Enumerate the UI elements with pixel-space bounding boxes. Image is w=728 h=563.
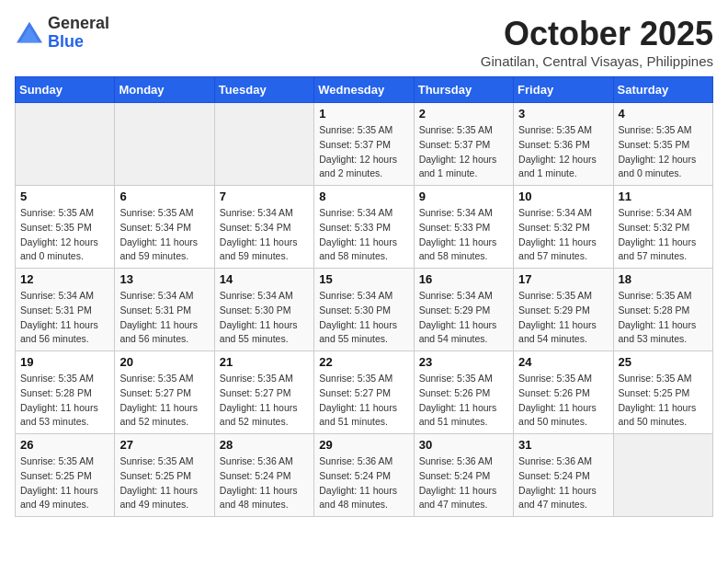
day-info: Sunrise: 5:35 AM Sunset: 5:26 PM Dayligh… [518,372,608,430]
day-number: 3 [518,107,608,121]
calendar-header: SundayMondayTuesdayWednesdayThursdayFrid… [16,77,713,103]
calendar-cell: 12Sunrise: 5:34 AM Sunset: 5:31 PM Dayli… [16,269,115,351]
day-info: Sunrise: 5:35 AM Sunset: 5:28 PM Dayligh… [619,289,708,347]
day-number: 24 [518,355,608,369]
day-number: 7 [220,190,309,203]
day-info: Sunrise: 5:35 AM Sunset: 5:36 PM Dayligh… [518,123,608,181]
calendar-cell: 25Sunrise: 5:35 AM Sunset: 5:25 PM Dayli… [613,351,712,434]
calendar-cell: 30Sunrise: 5:36 AM Sunset: 5:24 PM Dayli… [414,434,513,517]
header-friday: Friday [514,77,613,103]
day-number: 16 [419,272,508,286]
calendar-cell [214,103,313,186]
day-info: Sunrise: 5:35 AM Sunset: 5:27 PM Dayligh… [119,372,209,430]
day-info: Sunrise: 5:35 AM Sunset: 5:26 PM Dayligh… [419,372,508,430]
month-title: October 2025 [481,15,713,53]
day-number: 6 [119,190,209,203]
calendar-cell: 2Sunrise: 5:35 AM Sunset: 5:37 PM Daylig… [414,103,513,186]
calendar-table: SundayMondayTuesdayWednesdayThursdayFrid… [15,76,713,517]
day-info: Sunrise: 5:34 AM Sunset: 5:29 PM Dayligh… [419,289,508,347]
calendar-cell: 13Sunrise: 5:34 AM Sunset: 5:31 PM Dayli… [115,269,214,351]
day-info: Sunrise: 5:35 AM Sunset: 5:25 PM Dayligh… [619,372,708,430]
calendar-cell: 19Sunrise: 5:35 AM Sunset: 5:28 PM Dayli… [16,351,115,434]
day-number: 30 [419,438,508,452]
calendar-cell: 31Sunrise: 5:36 AM Sunset: 5:24 PM Dayli… [514,434,613,517]
calendar-cell: 6Sunrise: 5:35 AM Sunset: 5:34 PM Daylig… [115,186,214,269]
calendar-cell: 5Sunrise: 5:35 AM Sunset: 5:35 PM Daylig… [16,186,115,269]
calendar-cell: 16Sunrise: 5:34 AM Sunset: 5:29 PM Dayli… [414,269,513,351]
calendar-cell: 1Sunrise: 5:35 AM Sunset: 5:37 PM Daylig… [314,103,414,186]
day-number: 12 [20,272,109,286]
day-info: Sunrise: 5:36 AM Sunset: 5:24 PM Dayligh… [319,454,408,512]
day-info: Sunrise: 5:34 AM Sunset: 5:31 PM Dayligh… [119,289,209,347]
day-number: 29 [319,438,408,452]
header-tuesday: Tuesday [214,77,313,103]
calendar-week-5: 26Sunrise: 5:35 AM Sunset: 5:25 PM Dayli… [16,434,713,517]
calendar-cell: 10Sunrise: 5:34 AM Sunset: 5:32 PM Dayli… [514,186,613,269]
day-number: 27 [119,438,209,452]
calendar-cell [16,103,115,186]
header-row: SundayMondayTuesdayWednesdayThursdayFrid… [16,77,713,103]
location-text: Ginatilan, Central Visayas, Philippines [481,53,713,69]
day-number: 9 [419,190,508,203]
day-number: 21 [220,355,309,369]
day-info: Sunrise: 5:35 AM Sunset: 5:34 PM Dayligh… [119,206,209,264]
header-monday: Monday [115,77,214,103]
day-info: Sunrise: 5:35 AM Sunset: 5:35 PM Dayligh… [619,123,708,181]
logo-blue-text: Blue [48,33,109,52]
day-number: 19 [20,355,109,369]
logo-icon [15,20,44,46]
calendar-cell: 9Sunrise: 5:34 AM Sunset: 5:33 PM Daylig… [414,186,513,269]
header-thursday: Thursday [414,77,513,103]
day-number: 1 [319,107,408,121]
day-info: Sunrise: 5:34 AM Sunset: 5:32 PM Dayligh… [518,206,608,264]
calendar-body: 1Sunrise: 5:35 AM Sunset: 5:37 PM Daylig… [16,103,713,517]
day-info: Sunrise: 5:34 AM Sunset: 5:31 PM Dayligh… [20,289,109,347]
day-number: 22 [319,355,408,369]
day-number: 11 [619,190,708,203]
logo: General Blue [15,15,109,52]
calendar-week-1: 1Sunrise: 5:35 AM Sunset: 5:37 PM Daylig… [16,103,713,186]
day-info: Sunrise: 5:34 AM Sunset: 5:33 PM Dayligh… [319,206,408,264]
calendar-cell: 17Sunrise: 5:35 AM Sunset: 5:29 PM Dayli… [514,269,613,351]
day-info: Sunrise: 5:36 AM Sunset: 5:24 PM Dayligh… [220,454,309,512]
day-number: 17 [518,272,608,286]
day-info: Sunrise: 5:34 AM Sunset: 5:30 PM Dayligh… [319,289,408,347]
calendar-cell: 8Sunrise: 5:34 AM Sunset: 5:33 PM Daylig… [314,186,414,269]
day-number: 2 [419,107,508,121]
day-info: Sunrise: 5:34 AM Sunset: 5:30 PM Dayligh… [220,289,309,347]
day-info: Sunrise: 5:35 AM Sunset: 5:37 PM Dayligh… [419,123,508,181]
day-number: 5 [20,190,109,203]
logo-general-text: General [48,15,109,33]
calendar-week-2: 5Sunrise: 5:35 AM Sunset: 5:35 PM Daylig… [16,186,713,269]
day-info: Sunrise: 5:35 AM Sunset: 5:27 PM Dayligh… [319,372,408,430]
day-number: 26 [20,438,109,452]
day-number: 10 [518,190,608,203]
day-info: Sunrise: 5:35 AM Sunset: 5:25 PM Dayligh… [20,454,109,512]
page-header: General Blue October 2025 Ginatilan, Cen… [15,15,713,69]
calendar-week-4: 19Sunrise: 5:35 AM Sunset: 5:28 PM Dayli… [16,351,713,434]
day-info: Sunrise: 5:35 AM Sunset: 5:25 PM Dayligh… [119,454,209,512]
header-saturday: Saturday [613,77,712,103]
day-info: Sunrise: 5:34 AM Sunset: 5:34 PM Dayligh… [220,206,309,264]
day-number: 28 [220,438,309,452]
day-number: 31 [518,438,608,452]
calendar-cell: 15Sunrise: 5:34 AM Sunset: 5:30 PM Dayli… [314,269,414,351]
day-number: 8 [319,190,408,203]
day-number: 4 [619,107,708,121]
day-number: 14 [220,272,309,286]
day-number: 23 [419,355,508,369]
day-number: 20 [119,355,209,369]
day-info: Sunrise: 5:35 AM Sunset: 5:29 PM Dayligh… [518,289,608,347]
calendar-cell: 24Sunrise: 5:35 AM Sunset: 5:26 PM Dayli… [514,351,613,434]
calendar-cell [613,434,712,517]
calendar-cell: 18Sunrise: 5:35 AM Sunset: 5:28 PM Dayli… [613,269,712,351]
day-number: 15 [319,272,408,286]
calendar-cell: 7Sunrise: 5:34 AM Sunset: 5:34 PM Daylig… [214,186,313,269]
day-info: Sunrise: 5:35 AM Sunset: 5:28 PM Dayligh… [20,372,109,430]
day-number: 13 [119,272,209,286]
calendar-cell: 23Sunrise: 5:35 AM Sunset: 5:26 PM Dayli… [414,351,513,434]
calendar-week-3: 12Sunrise: 5:34 AM Sunset: 5:31 PM Dayli… [16,269,713,351]
day-number: 25 [619,355,708,369]
calendar-cell: 3Sunrise: 5:35 AM Sunset: 5:36 PM Daylig… [514,103,613,186]
day-info: Sunrise: 5:35 AM Sunset: 5:37 PM Dayligh… [319,123,408,181]
